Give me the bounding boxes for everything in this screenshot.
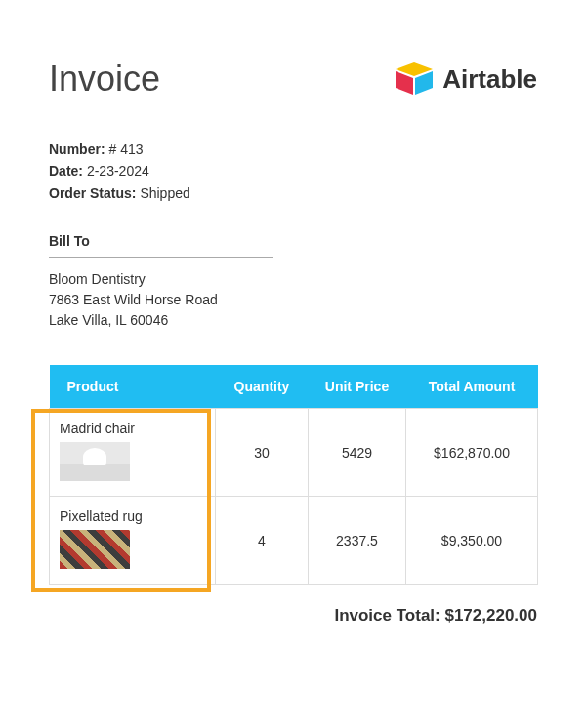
- status-label: Order Status: [49, 185, 132, 201]
- invoice-total: Invoice Total: $172,220.00: [49, 606, 537, 626]
- airtable-icon: [394, 62, 435, 96]
- cell-unit-price: 5429: [309, 409, 406, 497]
- line-items-table: Product Quantity Unit Price Total Amount…: [49, 365, 538, 585]
- bill-to-heading: Bill To: [49, 233, 537, 249]
- invoice-total-label: Invoice Total:: [334, 606, 440, 625]
- product-name: Pixellated rug: [60, 508, 205, 524]
- brand-name: Airtable: [442, 64, 537, 95]
- cell-quantity: 4: [216, 497, 309, 585]
- date-label: Date: [49, 163, 78, 179]
- product-name: Madrid chair: [60, 421, 205, 436]
- page-title: Invoice: [49, 59, 160, 100]
- cell-quantity: 30: [216, 409, 309, 497]
- cell-total: $162,870.00: [406, 409, 538, 497]
- brand-logo: Airtable: [394, 62, 537, 96]
- cell-total: $9,350.00: [406, 497, 538, 585]
- table-row: Pixellated rug 4 2337.5 $9,350.00: [50, 497, 538, 585]
- status-value: Shipped: [140, 185, 189, 201]
- col-quantity: Quantity: [216, 365, 309, 409]
- col-product: Product: [50, 365, 216, 409]
- divider: [49, 257, 273, 258]
- invoice-total-value: $172,220.00: [444, 606, 537, 625]
- cell-unit-price: 2337.5: [309, 497, 406, 585]
- table-row: Madrid chair 30 5429 $162,870.00: [50, 409, 538, 497]
- bill-to-city: Lake Villa, IL 60046: [49, 310, 537, 331]
- bill-to-name: Bloom Dentistry: [49, 269, 537, 290]
- col-unit-price: Unit Price: [309, 365, 406, 409]
- product-thumbnail: [60, 530, 130, 569]
- product-thumbnail: [60, 442, 130, 481]
- bill-to-street: 7863 East Wild Horse Road: [49, 290, 537, 310]
- bill-to-section: Bill To Bloom Dentistry 7863 East Wild H…: [49, 233, 537, 331]
- invoice-meta: Number: # 413 Date: 2-23-2024 Order Stat…: [49, 139, 537, 204]
- number-label: Number: [49, 142, 101, 157]
- col-total: Total Amount: [406, 365, 538, 409]
- date-value: 2-23-2024: [87, 163, 149, 179]
- number-value: # 413: [108, 142, 143, 157]
